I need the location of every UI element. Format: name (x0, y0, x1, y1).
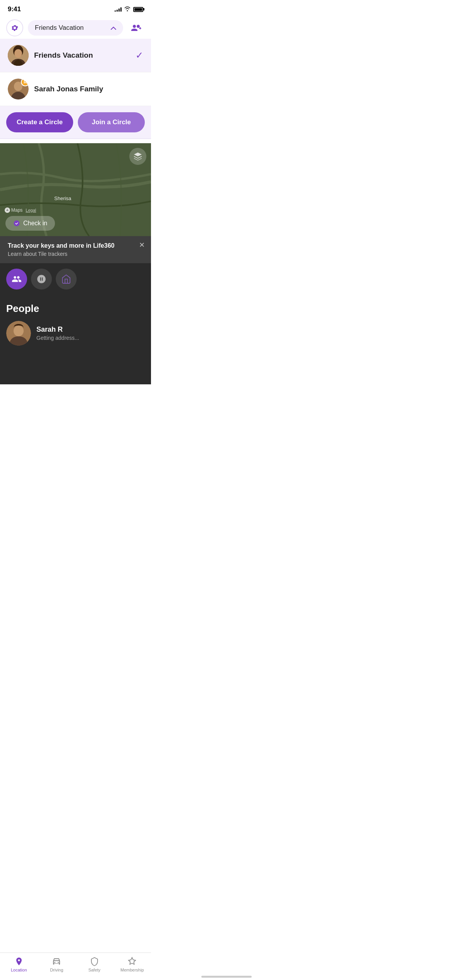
join-circle-button[interactable]: Join a Circle (78, 112, 145, 132)
settings-button[interactable] (6, 19, 23, 36)
notification-banner: Track your keys and more in Life360 Lear… (0, 236, 151, 263)
people-section: People Sarah R Getting address... (0, 295, 151, 353)
status-time: 9:41 (8, 5, 21, 13)
check-in-label: Check in (23, 220, 47, 227)
notification-title: Track your keys and more in Life360 (8, 242, 143, 249)
status-bar: 9:41 (0, 0, 151, 16)
map-layers-button[interactable] (129, 148, 146, 165)
people-icon (12, 274, 22, 284)
tile-icon (36, 274, 46, 284)
circle-name-friends-vacation: Friends Vacation (34, 51, 93, 60)
places-tab-icon-button[interactable] (56, 269, 77, 290)
places-icon (61, 274, 71, 284)
add-person-icon (130, 23, 142, 33)
location-label: Sherisa (54, 195, 71, 201)
gear-icon (10, 24, 19, 32)
notification-badge: R (21, 79, 29, 86)
notification-subtitle: Learn about Tile trackers (8, 251, 143, 257)
battery-icon (133, 7, 143, 12)
svg-point-7 (14, 221, 20, 226)
create-circle-button[interactable]: Create a Circle (6, 112, 73, 132)
check-in-button[interactable]: Check in (5, 216, 55, 231)
layers-icon (133, 152, 142, 161)
header: Friends Vacation (0, 16, 151, 41)
action-buttons: Create a Circle Join a Circle (0, 106, 151, 139)
people-title: People (6, 303, 145, 315)
people-tab-icon-button[interactable] (6, 269, 27, 290)
person-avatar (6, 321, 31, 346)
notification-close-button[interactable]: ✕ (139, 242, 145, 248)
legal-link[interactable]: Legal (26, 208, 36, 212)
friends-vacation-avatar (8, 45, 29, 66)
circle-item-friends-vacation[interactable]: Friends Vacation ✓ (0, 39, 151, 72)
wifi-icon (124, 6, 131, 12)
circle-item-sarah-family[interactable]: R Sarah Jonas Family (0, 72, 151, 106)
chevron-up-icon (111, 25, 116, 31)
person-name: Sarah R (36, 326, 79, 334)
circle-selector[interactable]: Friends Vacation (28, 20, 123, 36)
person-row: Sarah R Getting address... (6, 321, 145, 346)
svg-point-9 (14, 326, 24, 336)
circle-name-sarah-family: Sarah Jonas Family (34, 85, 103, 93)
person-info: Sarah R Getting address... (36, 326, 79, 341)
circle-dropdown: Friends Vacation ✓ R Sarah Jonas Family … (0, 39, 151, 139)
circle-selector-text: Friends Vacation (35, 24, 84, 32)
signal-icon (115, 7, 122, 12)
tab-icons-bar (0, 263, 151, 295)
tile-tab-icon-button[interactable] (31, 269, 52, 290)
map-attribution: Maps Legal (5, 207, 36, 213)
svg-point-2 (14, 49, 22, 58)
map-area: Maps Legal Sherisa Check in (0, 143, 151, 236)
sarah-family-avatar: R (8, 79, 29, 99)
add-member-button[interactable] (128, 19, 145, 36)
person-status: Getting address... (36, 335, 79, 341)
apple-maps-label: Maps (5, 207, 22, 213)
checkin-icon (13, 220, 20, 227)
status-icons (115, 6, 143, 12)
circle-checkmark: ✓ (136, 50, 143, 61)
